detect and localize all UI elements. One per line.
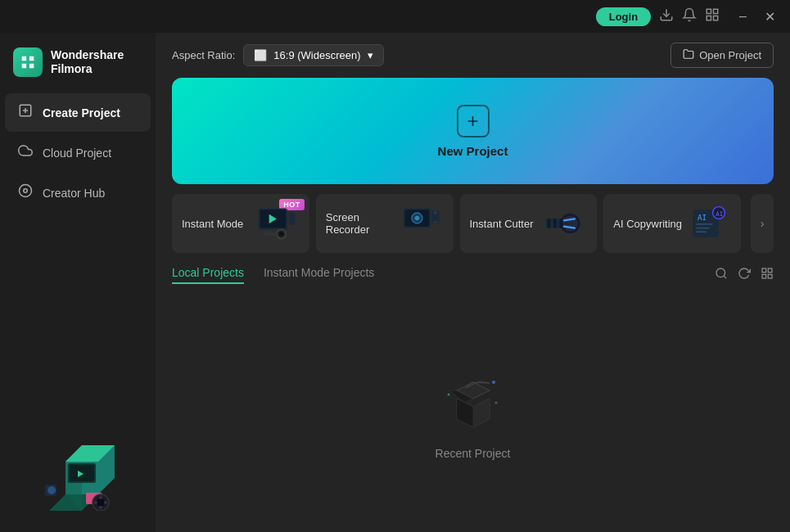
ai-copywriting-thumb: AI AI	[685, 201, 731, 246]
sidebar-illustration-svg	[20, 404, 135, 511]
sidebar-item-creator-hub[interactable]: Creator Hub	[5, 174, 151, 212]
svg-line-56	[724, 276, 726, 278]
title-bar: Login – ✕	[0, 0, 790, 33]
aspect-ratio-control: Aspect Ratio: ⬜ 16:9 (Widescreen) ▾	[172, 44, 384, 66]
refresh-icon[interactable]	[738, 267, 751, 283]
app-logo-icon	[13, 47, 43, 77]
svg-rect-39	[433, 221, 438, 223]
screen-recorder-thumb	[400, 201, 443, 246]
svg-rect-58	[768, 268, 772, 273]
feature-card-instant-mode[interactable]: Instant Mode HOT	[172, 194, 309, 253]
svg-point-9	[24, 189, 28, 193]
recent-project-label: Recent Project	[436, 447, 511, 460]
svg-point-55	[716, 268, 725, 277]
top-bar: Aspect Ratio: ⬜ 16:9 (Widescreen) ▾ Open…	[156, 33, 790, 78]
tab-local-projects[interactable]: Local Projects	[172, 266, 244, 284]
sidebar-item-label-cloud: Cloud Project	[43, 147, 111, 160]
ai-copywriting-label: AI Copywriting	[613, 218, 682, 230]
svg-rect-1	[706, 9, 711, 13]
svg-point-24	[99, 506, 102, 509]
svg-rect-3	[714, 16, 718, 20]
projects-section: Local Projects Instant Mode Projects	[156, 266, 790, 532]
cloud-icon	[18, 143, 33, 162]
feature-card-instant-cutter[interactable]: Instant Cutter	[460, 194, 598, 253]
screen-recorder-label: Screen Recorder	[326, 211, 401, 236]
aspect-ratio-dropdown[interactable]: ⬜ 16:9 (Widescreen) ▾	[243, 44, 383, 66]
search-icon[interactable]	[715, 267, 728, 283]
instant-mode-label: Instant Mode	[182, 218, 243, 230]
empty-box-icon	[440, 370, 506, 435]
sidebar-item-label-create: Create Project	[43, 106, 120, 119]
svg-rect-4	[706, 16, 711, 20]
sidebar-logo: Wondershare Filmora	[0, 41, 156, 93]
minimize-button[interactable]: –	[734, 7, 752, 26]
svg-point-67	[492, 381, 495, 384]
svg-rect-32	[263, 232, 278, 236]
app-name-line1: Wondershare	[51, 48, 124, 62]
main-content: Aspect Ratio: ⬜ 16:9 (Widescreen) ▾ Open…	[156, 33, 790, 532]
project-tabs: Local Projects Instant Mode Projects	[172, 266, 374, 284]
new-project-label: New Project	[438, 144, 508, 158]
sidebar-illustration	[0, 391, 156, 524]
svg-rect-50	[696, 223, 712, 225]
new-project-plus-icon: +	[457, 105, 490, 138]
svg-rect-52	[696, 231, 706, 232]
feature-card-ai-copywriting[interactable]: AI Copywriting AI AI	[603, 194, 741, 253]
sidebar-item-cloud-project[interactable]: Cloud Project	[5, 133, 151, 172]
svg-point-21	[97, 498, 105, 507]
aspect-ratio-label: Aspect Ratio:	[172, 49, 235, 61]
close-button[interactable]: ✕	[760, 7, 780, 26]
sidebar-nav: Create Project Cloud Project Creator	[0, 93, 156, 212]
svg-rect-2	[714, 9, 718, 13]
chevron-down-icon: ▾	[368, 49, 373, 61]
grid-icon[interactable]	[705, 7, 720, 25]
sidebar-item-create-project[interactable]: Create Project	[5, 93, 151, 132]
svg-rect-29	[289, 213, 295, 225]
folder-icon	[683, 48, 694, 62]
app-name-line2: Filmora	[51, 62, 124, 76]
title-bar-actions: Login – ✕	[596, 7, 780, 26]
feature-card-screen-recorder[interactable]: Screen Recorder	[316, 194, 454, 253]
svg-point-25	[94, 501, 97, 504]
svg-point-23	[104, 501, 107, 504]
login-button[interactable]: Login	[596, 7, 651, 26]
tab-instant-mode-projects[interactable]: Instant Mode Projects	[264, 266, 374, 284]
svg-point-31	[279, 232, 284, 237]
new-project-banner[interactable]: + New Project	[172, 78, 774, 184]
empty-state: Recent Project	[172, 297, 774, 532]
svg-point-8	[20, 185, 32, 197]
sidebar: Wondershare Filmora Create Project	[0, 33, 156, 532]
instant-mode-thumb	[254, 201, 300, 246]
window-controls: – ✕	[734, 7, 780, 26]
feature-cards-container: Instant Mode HOT Screen Recorder	[172, 194, 774, 253]
svg-rect-44	[553, 219, 557, 228]
svg-rect-59	[768, 274, 772, 278]
svg-marker-64	[457, 399, 473, 427]
aspect-ratio-value: 16:9 (Widescreen)	[273, 49, 360, 61]
app-logo-text: Wondershare Filmora	[51, 48, 124, 76]
more-cards-arrow[interactable]: ›	[751, 194, 774, 253]
open-project-button[interactable]: Open Project	[670, 43, 774, 68]
grid-view-icon[interactable]	[761, 267, 774, 283]
svg-point-38	[434, 211, 438, 215]
svg-point-69	[494, 401, 497, 404]
svg-rect-57	[762, 268, 766, 273]
create-project-icon	[18, 103, 33, 122]
svg-point-36	[415, 216, 420, 221]
sidebar-item-label-creator: Creator Hub	[43, 187, 105, 200]
monitor-icon: ⬜	[254, 49, 267, 61]
instant-cutter-thumb	[541, 201, 587, 246]
svg-marker-65	[473, 399, 490, 427]
svg-rect-45	[560, 219, 563, 228]
projects-header: Local Projects Instant Mode Projects	[172, 266, 774, 284]
creator-hub-icon	[18, 183, 33, 202]
svg-text:AI: AI	[697, 213, 706, 222]
svg-point-19	[47, 486, 56, 494]
open-project-label: Open Project	[699, 49, 761, 61]
svg-rect-51	[696, 228, 710, 229]
app-body: Wondershare Filmora Create Project	[0, 33, 790, 532]
download-icon[interactable]	[659, 7, 674, 25]
project-actions	[715, 267, 774, 283]
svg-point-68	[447, 393, 449, 395]
notification-icon[interactable]	[682, 7, 697, 25]
